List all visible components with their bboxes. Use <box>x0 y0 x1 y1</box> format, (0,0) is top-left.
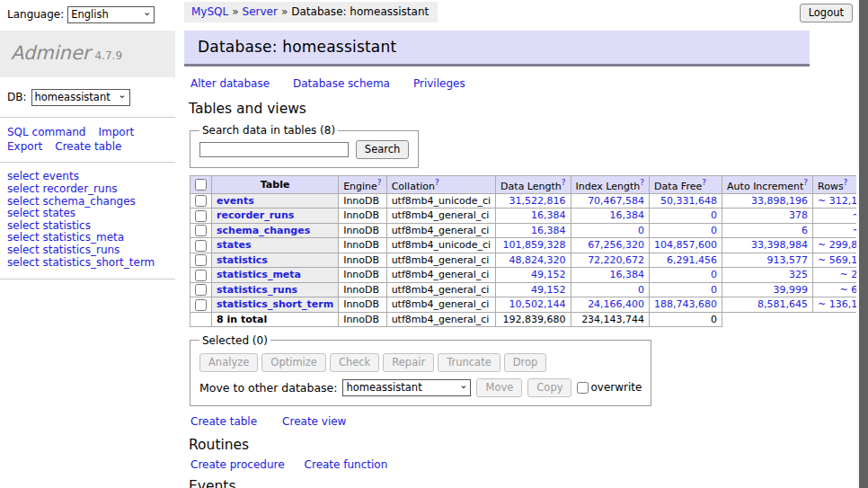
help-icon[interactable]: ? <box>562 178 566 187</box>
vertical-scrollbar-track[interactable] <box>856 0 868 488</box>
help-icon[interactable]: ? <box>377 178 382 187</box>
bulk-action-button[interactable]: Optimize <box>261 353 326 372</box>
sidebar-select-table-link[interactable]: select recorder_runs <box>7 183 168 196</box>
row-checkbox[interactable] <box>195 210 207 222</box>
sidebar-select-table-link[interactable]: select statistics_runs <box>7 244 168 257</box>
db-nav-link[interactable]: Database schema <box>293 77 390 90</box>
data-free-link[interactable]: 0 <box>711 225 717 236</box>
bulk-action-button[interactable]: Check <box>330 353 379 372</box>
help-icon[interactable]: ? <box>803 178 808 187</box>
help-icon[interactable]: ? <box>640 178 644 187</box>
auto-increment-link[interactable]: 33,898,196 <box>751 195 808 207</box>
row-checkbox[interactable] <box>195 240 207 252</box>
data-free-link[interactable]: 0 <box>711 284 717 296</box>
logout-button[interactable]: Logout <box>800 4 853 22</box>
row-checkbox[interactable] <box>195 299 207 311</box>
auto-increment-link[interactable]: 39,999 <box>774 284 809 296</box>
help-icon[interactable]: ? <box>844 178 848 187</box>
sidebar-select-table-link[interactable]: select states <box>7 208 168 220</box>
db-select[interactable]: homeassistant <box>31 89 130 106</box>
data-length-link[interactable]: 101,859,328 <box>503 239 566 251</box>
overwrite-label: overwrite <box>590 381 642 394</box>
auto-increment-link[interactable]: 8,581,645 <box>757 298 808 310</box>
adminer-brand: Adminer4.7.9 <box>0 31 175 77</box>
breadcrumb-mysql-link[interactable]: MySQL <box>191 5 228 18</box>
bulk-action-button[interactable]: Truncate <box>438 353 500 372</box>
index-length-link[interactable]: 0 <box>638 284 644 296</box>
row-checkbox[interactable] <box>195 284 207 296</box>
sidebar-select-table-link[interactable]: select statistics <box>7 220 168 233</box>
db-nav-link[interactable]: Privileges <box>413 77 465 90</box>
data-length-link[interactable]: 48,824,320 <box>509 254 566 266</box>
create-link[interactable]: Create view <box>282 415 346 428</box>
row-checkbox[interactable] <box>195 270 207 281</box>
auto-increment-link[interactable]: 33,398,984 <box>751 239 808 251</box>
data-length-link[interactable]: 49,152 <box>531 269 566 280</box>
db-nav-link[interactable]: Alter database <box>190 77 270 90</box>
sidebar-action-link[interactable]: Create table <box>55 139 121 154</box>
language-select[interactable]: English <box>67 6 155 23</box>
breadcrumb-separator: » <box>232 5 238 18</box>
search-input[interactable] <box>199 142 349 157</box>
select-all-checkbox[interactable] <box>195 179 207 191</box>
help-icon[interactable]: ? <box>702 178 706 187</box>
sidebar-action-link[interactable]: Export <box>7 139 42 154</box>
overwrite-checkbox[interactable] <box>577 382 589 394</box>
data-length-link[interactable]: 10,502,144 <box>509 298 566 310</box>
create-link[interactable]: Create table <box>190 415 257 428</box>
table-name-link[interactable]: schema_changes <box>217 225 310 236</box>
data-free-link[interactable]: 0 <box>711 269 717 280</box>
row-checkbox[interactable] <box>195 225 207 236</box>
sidebar-action-link[interactable]: Import <box>98 125 134 139</box>
bulk-action-button[interactable]: Analyze <box>199 353 258 372</box>
data-length-link[interactable]: 16,384 <box>531 225 566 236</box>
auto-increment-link[interactable]: 325 <box>789 269 808 280</box>
index-length-link[interactable]: 16,384 <box>610 269 645 280</box>
table-name-link[interactable]: recorder_runs <box>217 209 294 221</box>
copy-button[interactable]: Copy <box>527 378 571 397</box>
data-free-link[interactable]: 188,743,680 <box>654 298 717 310</box>
data-free-link[interactable]: 0 <box>711 209 717 221</box>
data-length-link[interactable]: 49,152 <box>531 284 566 296</box>
sidebar-action-link[interactable]: SQL command <box>7 125 85 139</box>
auto-increment-link[interactable]: 913,577 <box>767 254 809 266</box>
table-name-link[interactable]: statistics_meta <box>217 269 301 280</box>
index-length-link[interactable]: 67,256,320 <box>588 239 644 251</box>
table-row: statistics_meta InnoDB utf8mb4_general_c… <box>190 268 868 283</box>
move-db-select[interactable]: homeassistant <box>342 379 471 396</box>
breadcrumb-server-link[interactable]: Server <box>243 5 278 18</box>
auto-increment-link[interactable]: 6 <box>802 225 808 236</box>
index-length-link[interactable]: 16,384 <box>610 209 645 221</box>
table-name-link[interactable]: states <box>217 239 252 251</box>
row-checkbox[interactable] <box>195 195 207 207</box>
table-name-link[interactable]: events <box>217 195 254 207</box>
data-length-link[interactable]: 31,522,816 <box>509 195 566 207</box>
data-length-link[interactable]: 16,384 <box>531 209 566 221</box>
routine-create-link[interactable]: Create procedure <box>190 458 285 471</box>
vertical-scrollbar-thumb[interactable] <box>859 0 868 488</box>
index-length-link[interactable]: 24,166,400 <box>588 298 644 310</box>
table-name-link[interactable]: statistics_runs <box>217 284 297 296</box>
index-length-link[interactable]: 70,467,584 <box>588 195 644 207</box>
auto-increment-link[interactable]: 378 <box>789 209 808 221</box>
main-content: MySQL»Server»Database: homeassistant Dat… <box>184 0 868 488</box>
index-length-link[interactable]: 72,220,672 <box>588 254 644 266</box>
table-name-link[interactable]: statistics_short_term <box>217 298 333 310</box>
data-free-link[interactable]: 6,291,456 <box>667 254 717 266</box>
row-checkbox[interactable] <box>195 254 207 266</box>
search-button[interactable]: Search <box>356 140 410 159</box>
data-free-link[interactable]: 104,857,600 <box>654 239 717 251</box>
move-button[interactable]: Move <box>476 378 522 397</box>
bulk-action-button[interactable]: Drop <box>504 353 547 372</box>
data-free-link[interactable]: 50,331,648 <box>660 195 717 207</box>
routine-create-link[interactable]: Create function <box>305 458 388 471</box>
help-icon[interactable]: ? <box>435 178 439 187</box>
index-length-link[interactable]: 0 <box>638 225 644 236</box>
sidebar-select-table-link[interactable]: select events <box>7 171 168 183</box>
sidebar-select-table-link[interactable]: select schema_changes <box>7 196 168 209</box>
breadcrumb-current: Database: homeassistant <box>291 5 429 18</box>
sidebar-select-table-link[interactable]: select statistics_meta <box>7 232 168 244</box>
table-name-link[interactable]: statistics <box>217 254 268 266</box>
bulk-action-button[interactable]: Repair <box>383 353 434 372</box>
sidebar-select-table-link[interactable]: select statistics_short_term <box>7 257 168 270</box>
